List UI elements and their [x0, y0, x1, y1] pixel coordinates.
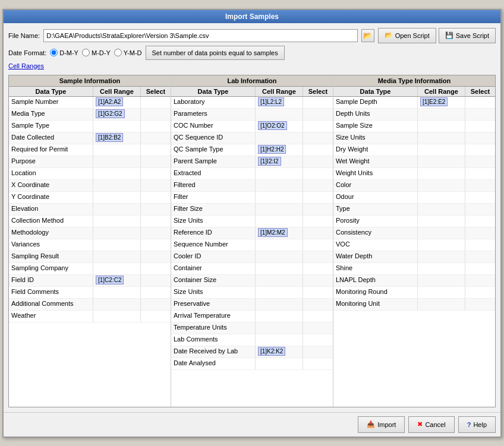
cell-range-cell[interactable]: [256, 192, 303, 203]
select-cell[interactable]: [303, 192, 333, 203]
select-cell[interactable]: [141, 204, 171, 215]
select-cell[interactable]: [141, 216, 171, 227]
select-cell[interactable]: [141, 275, 171, 286]
select-cell[interactable]: [141, 192, 171, 203]
cell-range-cell[interactable]: [256, 322, 303, 334]
select-cell[interactable]: [141, 180, 171, 191]
select-cell[interactable]: [465, 180, 495, 191]
select-cell[interactable]: [465, 263, 495, 274]
select-cell[interactable]: [465, 168, 495, 179]
mdy-radio[interactable]: [82, 49, 90, 56]
select-cell[interactable]: [465, 299, 495, 310]
cell-range-cell[interactable]: [418, 192, 465, 203]
select-cell[interactable]: [303, 287, 333, 298]
cell-range-cell[interactable]: [418, 227, 465, 239]
cell-range-cell[interactable]: [93, 239, 141, 251]
dmy-radio[interactable]: [50, 49, 58, 56]
select-cell[interactable]: [303, 263, 333, 274]
select-cell[interactable]: [465, 121, 495, 132]
cell-range-cell[interactable]: [418, 263, 465, 274]
cell-range-cell[interactable]: [93, 156, 141, 167]
select-cell[interactable]: [141, 132, 171, 144]
cell-range-cell[interactable]: [256, 287, 303, 298]
cell-range-cell[interactable]: [93, 204, 141, 215]
select-cell[interactable]: [141, 227, 171, 239]
cell-range-cell[interactable]: [93, 168, 141, 179]
select-cell[interactable]: [141, 109, 171, 120]
select-cell[interactable]: [465, 216, 495, 227]
cell-range-cell[interactable]: [418, 121, 465, 132]
dmy-option[interactable]: D-M-Y: [50, 49, 78, 56]
import-button[interactable]: 📥 Import: [358, 416, 405, 433]
select-cell[interactable]: [303, 204, 333, 215]
select-cell[interactable]: [303, 334, 333, 346]
cell-range-cell[interactable]: [1]H2:H2: [256, 144, 303, 156]
cell-range-cell[interactable]: [93, 287, 141, 298]
select-cell[interactable]: [465, 275, 495, 286]
cell-range-cell[interactable]: [256, 251, 303, 262]
cell-range-cell[interactable]: [418, 251, 465, 262]
select-cell[interactable]: [303, 299, 333, 310]
select-cell[interactable]: [141, 97, 171, 108]
select-cell[interactable]: [303, 227, 333, 239]
select-cell[interactable]: [303, 322, 333, 334]
cell-range-cell[interactable]: [93, 216, 141, 227]
cell-range-cell[interactable]: [93, 192, 141, 203]
open-script-button[interactable]: 📂 Open Script: [378, 28, 436, 43]
cell-range-cell[interactable]: [1]I2:I2: [256, 156, 303, 167]
select-cell[interactable]: [303, 216, 333, 227]
cell-range-cell[interactable]: [256, 334, 303, 346]
cell-range-cell[interactable]: [1]A2:A2: [93, 97, 141, 108]
select-cell[interactable]: [303, 97, 333, 108]
select-cell[interactable]: [465, 204, 495, 215]
select-cell[interactable]: [303, 109, 333, 120]
select-cell[interactable]: [303, 275, 333, 286]
cell-range-cell[interactable]: [256, 132, 303, 144]
cell-range-cell[interactable]: [93, 144, 141, 156]
save-script-button[interactable]: 💾 Save Script: [439, 28, 496, 43]
cell-range-cell[interactable]: [93, 180, 141, 191]
select-cell[interactable]: [465, 287, 495, 298]
cell-range-cell[interactable]: [418, 275, 465, 286]
select-cell[interactable]: [465, 109, 495, 120]
cell-range-cell[interactable]: [418, 299, 465, 310]
select-cell[interactable]: [465, 144, 495, 156]
select-cell[interactable]: [141, 121, 171, 132]
cell-range-cell[interactable]: [1]L2:L2: [256, 97, 303, 108]
cell-range-cell[interactable]: [418, 144, 465, 156]
select-cell[interactable]: [303, 180, 333, 191]
cell-range-cell[interactable]: [256, 168, 303, 179]
cell-range-cell[interactable]: [1]M2:M2: [256, 227, 303, 239]
select-cell[interactable]: [141, 156, 171, 167]
select-cell[interactable]: [141, 299, 171, 310]
select-cell[interactable]: [141, 239, 171, 251]
select-cell[interactable]: [465, 192, 495, 203]
cell-range-cell[interactable]: [1]G2:G2: [93, 109, 141, 120]
select-cell[interactable]: [303, 144, 333, 156]
cell-range-cell[interactable]: [93, 227, 141, 239]
select-cell[interactable]: [465, 251, 495, 262]
select-cell[interactable]: [465, 239, 495, 251]
cell-range-cell[interactable]: [256, 263, 303, 274]
cell-range-cell[interactable]: [93, 311, 141, 322]
select-cell[interactable]: [465, 132, 495, 144]
cell-ranges-link[interactable]: Cell Ranges: [8, 62, 44, 69]
ymd-radio[interactable]: [114, 49, 122, 56]
select-cell[interactable]: [141, 263, 171, 274]
file-name-input[interactable]: [43, 29, 357, 42]
cell-range-cell[interactable]: [256, 275, 303, 286]
select-cell[interactable]: [465, 156, 495, 167]
select-cell[interactable]: [303, 346, 333, 358]
select-cell[interactable]: [141, 287, 171, 298]
ymd-option[interactable]: Y-M-D: [114, 49, 142, 56]
select-cell[interactable]: [141, 251, 171, 262]
select-cell[interactable]: [303, 239, 333, 251]
cell-range-cell[interactable]: [418, 239, 465, 251]
help-button[interactable]: ? Help: [458, 416, 496, 433]
data-points-button[interactable]: Set number of data points equal to sampl…: [146, 46, 285, 60]
cell-range-cell[interactable]: [256, 216, 303, 227]
cell-range-cell[interactable]: [256, 109, 303, 120]
cell-range-cell[interactable]: [93, 263, 141, 274]
cell-range-cell[interactable]: [418, 204, 465, 215]
cell-range-cell[interactable]: [1]K2:K2: [256, 346, 303, 358]
